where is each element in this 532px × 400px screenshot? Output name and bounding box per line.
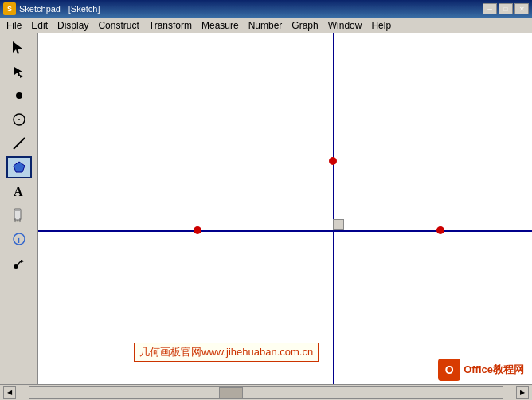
compass-tool[interactable] bbox=[6, 108, 32, 131]
watermark-text: 几何画板官网www.jihehuaban.com.cn bbox=[134, 343, 319, 362]
close-button[interactable]: ✕ bbox=[514, 3, 529, 14]
svg-marker-0 bbox=[13, 41, 22, 54]
menu-transform[interactable]: Transform bbox=[144, 19, 197, 32]
status-bar: ◀ ▶ bbox=[0, 384, 532, 400]
svg-text:i: i bbox=[18, 235, 20, 245]
main-area: ▸ bbox=[0, 33, 532, 384]
menu-graph[interactable]: Graph bbox=[287, 19, 323, 32]
scrollbar-thumb[interactable] bbox=[219, 387, 243, 398]
office-text: Office教程网 bbox=[464, 363, 524, 377]
scroll-right-button[interactable]: ▶ bbox=[516, 386, 529, 399]
point-tool[interactable]: ▸ bbox=[6, 61, 32, 83]
office-logo: O bbox=[438, 359, 460, 381]
app-icon: S bbox=[3, 2, 16, 15]
svg-line-6 bbox=[14, 138, 25, 149]
vertical-axis bbox=[333, 33, 334, 384]
scroll-left-button[interactable]: ◀ bbox=[3, 386, 16, 399]
svg-text:A: A bbox=[14, 185, 23, 198]
title-bar: S Sketchpad - [Sketch] ─ □ ✕ bbox=[0, 0, 532, 18]
polygon-tool[interactable] bbox=[6, 156, 32, 178]
svg-point-5 bbox=[18, 119, 20, 120]
arrow-tool[interactable] bbox=[6, 37, 32, 59]
menu-file[interactable]: File bbox=[2, 19, 26, 32]
menu-bar: File Edit Display Construct Transform Me… bbox=[0, 18, 532, 33]
menu-number[interactable]: Number bbox=[244, 19, 288, 32]
left-point[interactable] bbox=[194, 226, 201, 234]
title-bar-text: Sketchpad - [Sketch] bbox=[19, 4, 483, 14]
dot-tool[interactable] bbox=[6, 84, 32, 107]
maximize-button[interactable]: □ bbox=[499, 3, 513, 14]
info-tool[interactable]: i bbox=[6, 228, 32, 250]
svg-text:▸: ▸ bbox=[20, 73, 23, 80]
right-point[interactable] bbox=[436, 226, 444, 234]
menu-window[interactable]: Window bbox=[323, 19, 367, 32]
menu-help[interactable]: Help bbox=[366, 19, 396, 32]
canvas-area[interactable]: 几何画板官网www.jihehuaban.com.cn O Office教程网 bbox=[38, 33, 532, 384]
menu-display[interactable]: Display bbox=[53, 19, 93, 32]
menu-construct[interactable]: Construct bbox=[93, 19, 143, 32]
custom-tool[interactable]: ▸ bbox=[6, 252, 32, 274]
menu-edit[interactable]: Edit bbox=[26, 19, 53, 32]
menu-measure[interactable]: Measure bbox=[197, 19, 244, 32]
office-watermark: O Office教程网 bbox=[438, 359, 524, 381]
marker-tool[interactable] bbox=[6, 204, 32, 226]
text-tool[interactable]: A bbox=[6, 180, 32, 202]
horizontal-axis bbox=[38, 230, 532, 232]
straightedge-tool[interactable] bbox=[6, 132, 32, 155]
svg-text:▸: ▸ bbox=[21, 257, 24, 265]
horizontal-scrollbar[interactable] bbox=[29, 386, 503, 399]
title-bar-controls: ─ □ ✕ bbox=[483, 3, 529, 14]
toolbar: ▸ bbox=[0, 33, 38, 384]
top-point[interactable] bbox=[329, 157, 337, 165]
svg-point-3 bbox=[16, 92, 22, 99]
svg-marker-7 bbox=[14, 162, 25, 172]
svg-rect-10 bbox=[15, 210, 20, 211]
origin-handle[interactable] bbox=[333, 219, 344, 230]
minimize-button[interactable]: ─ bbox=[483, 3, 497, 14]
